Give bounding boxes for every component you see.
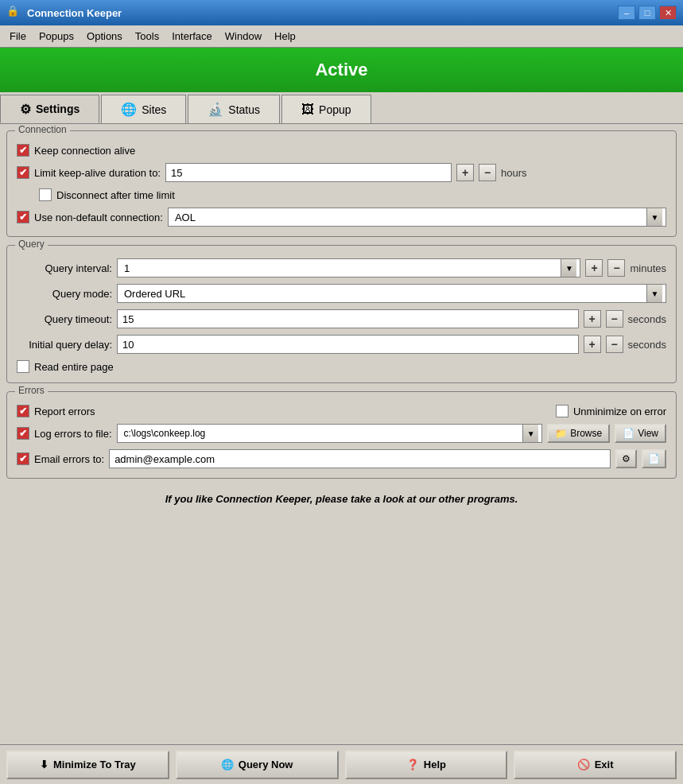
- menu-tools[interactable]: Tools: [129, 28, 165, 45]
- promo-text: If you like Connection Keeper, please ta…: [6, 487, 677, 511]
- help-label: Help: [424, 759, 446, 770]
- view-button[interactable]: 📄 View: [615, 424, 666, 443]
- browse-button[interactable]: 📁 Browse: [547, 424, 610, 443]
- browse-icon: 📁: [555, 428, 567, 439]
- non-default-label: Use non-default connection:: [34, 212, 163, 223]
- timeout-input[interactable]: [122, 313, 573, 325]
- app-icon: 🔒: [6, 5, 22, 21]
- exit-label: Exit: [595, 759, 614, 770]
- email-settings-button[interactable]: ⚙: [615, 449, 637, 468]
- delay-minus-btn[interactable]: −: [606, 336, 623, 353]
- menu-popups[interactable]: Popups: [33, 28, 80, 45]
- menu-options[interactable]: Options: [80, 28, 129, 45]
- mode-dropdown[interactable]: Ordered URL ▼: [117, 284, 666, 303]
- read-entire-checkbox[interactable]: [17, 360, 29, 373]
- interval-unit: minutes: [630, 262, 666, 274]
- interval-plus-btn[interactable]: +: [585, 259, 603, 277]
- exit-icon: 🚫: [577, 759, 590, 770]
- timeout-plus-btn[interactable]: +: [584, 310, 601, 328]
- query-now-button[interactable]: 🌐 Query Now: [176, 751, 339, 779]
- delay-plus-btn[interactable]: +: [584, 336, 601, 353]
- report-checkbox-wrap[interactable]: ✔ Report errors: [17, 405, 95, 417]
- settings-icon: ⚙: [20, 102, 31, 117]
- log-checkbox[interactable]: ✔: [17, 427, 29, 440]
- help-button[interactable]: ❓ Help: [345, 751, 508, 779]
- unminimize-label: Unminimize on error: [573, 406, 666, 417]
- timeout-minus-btn[interactable]: −: [606, 310, 623, 328]
- tab-settings-label: Settings: [36, 103, 80, 115]
- email-row: ✔ Email errors to: ⚙ 📄: [17, 449, 666, 468]
- report-row: ✔ Report errors Unminimize on error: [17, 405, 666, 417]
- interval-dropdown[interactable]: 1 ▼: [117, 258, 580, 278]
- interval-minus-btn[interactable]: −: [607, 259, 625, 277]
- log-dropdown[interactable]: c:\logs\conkeep.log ▼: [117, 424, 543, 443]
- limit-input[interactable]: [171, 167, 446, 179]
- delay-label: Initial query delay:: [17, 339, 112, 351]
- exit-button[interactable]: 🚫 Exit: [514, 751, 677, 779]
- delay-input[interactable]: [122, 339, 573, 351]
- log-value: c:\logs\conkeep.log: [121, 428, 523, 439]
- menu-file[interactable]: File: [3, 28, 33, 45]
- email-checkbox-wrap[interactable]: ✔ Email errors to:: [17, 452, 104, 465]
- limit-unit: hours: [501, 167, 537, 179]
- non-default-checkbox-wrap[interactable]: ✔ Use non-default connection:: [17, 211, 163, 223]
- minimize-tray-icon: ⬇: [40, 759, 49, 770]
- mode-label: Query mode:: [17, 288, 112, 300]
- limit-checkbox-wrap[interactable]: ✔ Limit keep-alive duration to:: [17, 166, 161, 179]
- log-row: ✔ Log errors to file: c:\logs\conkeep.lo…: [17, 424, 666, 443]
- log-checkbox-wrap[interactable]: ✔ Log errors to file:: [17, 427, 112, 440]
- timeout-input-field: [117, 309, 579, 328]
- tab-sites[interactable]: 🌐 Sites: [101, 95, 186, 123]
- title-bar: 🔒 Connection Keeper – □ ✕: [0, 0, 683, 25]
- browse-label: Browse: [570, 428, 602, 439]
- disconnect-checkbox-wrap[interactable]: Disconnect after time limit: [39, 188, 175, 201]
- connection-group: Connection ✔ Keep connection alive ✔ Lim…: [6, 130, 677, 237]
- close-button[interactable]: ✕: [659, 6, 677, 20]
- tab-popup[interactable]: 🖼 Popup: [281, 95, 371, 123]
- non-default-dropdown[interactable]: AOL ▼: [168, 208, 666, 227]
- email-label: Email errors to:: [34, 453, 104, 465]
- interval-dropdown-arrow: ▼: [561, 259, 576, 277]
- unminimize-checkbox[interactable]: [556, 405, 569, 417]
- disconnect-label: Disconnect after time limit: [56, 189, 175, 201]
- keep-alive-checkbox-wrap[interactable]: ✔ Keep connection alive: [17, 144, 135, 157]
- mode-row: Query mode: Ordered URL ▼: [17, 284, 666, 303]
- limit-checkbox[interactable]: ✔: [17, 166, 29, 179]
- app-title: Connection Keeper: [27, 7, 618, 19]
- menu-help[interactable]: Help: [268, 28, 302, 45]
- log-dropdown-arrow: ▼: [522, 425, 538, 442]
- menu-interface[interactable]: Interface: [165, 28, 219, 45]
- minimize-button[interactable]: –: [618, 6, 635, 20]
- unminimize-checkbox-wrap[interactable]: Unminimize on error: [556, 405, 666, 417]
- maximize-button[interactable]: □: [638, 6, 656, 20]
- minimize-tray-button[interactable]: ⬇ Minimize To Tray: [6, 751, 169, 779]
- non-default-row: ✔ Use non-default connection: AOL ▼: [17, 208, 666, 227]
- email-input[interactable]: [109, 449, 611, 468]
- delay-input-field: [117, 335, 579, 354]
- limit-minus-btn[interactable]: −: [479, 164, 496, 181]
- interval-row: Query interval: 1 ▼ + − minutes: [17, 258, 666, 278]
- minimize-tray-label: Minimize To Tray: [53, 759, 136, 770]
- menu-window[interactable]: Window: [219, 28, 268, 45]
- limit-input-field: [165, 163, 452, 182]
- menu-bar: File Popups Options Tools Interface Wind…: [0, 25, 683, 48]
- disconnect-row: Disconnect after time limit: [39, 188, 666, 201]
- window-controls: – □ ✕: [618, 6, 677, 20]
- non-default-checkbox[interactable]: ✔: [17, 211, 29, 223]
- email-checkbox[interactable]: ✔: [17, 452, 29, 465]
- main-content: Connection ✔ Keep connection alive ✔ Lim…: [0, 124, 683, 744]
- disconnect-checkbox[interactable]: [39, 188, 52, 201]
- tab-status[interactable]: 🔬 Status: [188, 95, 280, 123]
- read-entire-label: Read entire page: [34, 361, 114, 373]
- report-checkbox[interactable]: ✔: [17, 405, 29, 417]
- delay-row: Initial query delay: + − seconds: [17, 335, 666, 354]
- email-file-button[interactable]: 📄: [642, 449, 666, 468]
- tab-popup-label: Popup: [319, 103, 351, 116]
- tab-settings[interactable]: ⚙ Settings: [0, 95, 99, 123]
- limit-plus-btn[interactable]: +: [456, 164, 474, 181]
- read-entire-checkbox-wrap[interactable]: Read entire page: [17, 360, 114, 373]
- keep-alive-checkbox[interactable]: ✔: [17, 144, 29, 157]
- mode-dropdown-arrow: ▼: [646, 285, 662, 302]
- report-label: Report errors: [34, 406, 95, 417]
- non-default-value: AOL: [172, 212, 646, 223]
